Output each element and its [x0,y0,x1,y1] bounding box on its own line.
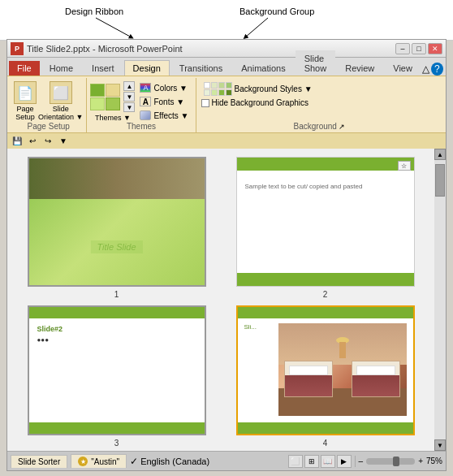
group-background: Background Styles ▼ Hide Background Grap… [196,78,443,132]
slide4-top-bar [238,307,413,318]
minimize-button[interactable]: – [395,43,410,54]
view-buttons: ⬜ ⊞ 📖 ▶ [288,455,352,468]
scroll-up-button[interactable]: ▲ [434,149,446,160]
slide-container-3: Slide#2 ●●● 3 [15,305,218,448]
slide2-text: Sample text to be cut/ copied and pasted [245,182,363,191]
slide4-bottom-bar [238,422,413,434]
status-divider [355,456,356,467]
fonts-button[interactable]: A Fonts ▼ [136,95,192,108]
scroll-thumb[interactable] [435,164,445,197]
slide1-title: Title Slide [90,240,142,253]
slide-container-1: Title Slide 1 [15,157,218,299]
slide-sorter-tab[interactable]: Slide Sorter [11,455,67,468]
app-icon: P [11,42,24,55]
zoom-minus[interactable]: – [359,457,364,465]
zoom-plus[interactable]: + [418,457,423,465]
slide3-top-bar [29,307,205,318]
powerpoint-window: P Title Slide2.pptx - Microsoft PowerPoi… [6,39,447,471]
tab-slideshow[interactable]: Slide Show [296,50,336,76]
austin-theme-label: "Austin" [91,457,119,466]
slide-orientation-button[interactable]: ⬜ SlideOrientation ▼ [38,81,83,122]
colors-button[interactable]: A Colors ▼ [136,81,192,94]
slide-number-1: 1 [114,290,119,299]
tab-file[interactable]: File [9,61,40,76]
slide-grid: Title Slide 1 Sample text to be cut/ cop… [7,149,434,451]
slide-container-4: Sli... [224,305,426,448]
qa-save[interactable]: 💾 [11,135,24,148]
reading-view-button[interactable]: 📖 [321,455,335,468]
content-area: Title Slide 1 Sample text to be cut/ cop… [7,149,446,451]
language-label: English (Canada) [140,457,209,466]
svg-line-0 [96,18,132,37]
close-button[interactable]: ✕ [428,43,442,54]
slide-thumbnail-3[interactable]: Slide#2 ●●● [28,305,206,435]
tab-animations[interactable]: Animations [232,60,294,76]
hide-background-checkbox[interactable] [201,99,209,107]
slide2-top-bar [237,158,414,171]
help-icon[interactable]: △ [422,63,429,75]
slide-number-3: 3 [114,439,119,448]
tab-design[interactable]: Design [124,60,170,76]
qa-undo[interactable]: ↩ [26,135,39,148]
group-page-setup: 📄 PageSetup ⬜ SlideOrientation ▼ Page Se… [11,78,87,132]
page-setup-button[interactable]: 📄 PageSetup [14,81,37,122]
annotation-area: Design Ribbon Background Group [0,0,453,41]
status-right: ⬜ ⊞ 📖 ▶ – + 75% [288,455,442,468]
slide-sorter-view-button[interactable]: ⊞ [304,455,319,468]
window-controls: – □ ✕ [395,43,442,54]
slide4-title: Sli... [244,323,257,331]
slide4-photo [278,323,407,416]
hide-background-label: Hide Background Graphics [212,98,309,107]
themes-group-label: Themes [127,122,156,131]
slide3-bullets: ●●● [37,336,50,344]
themes-label: Themes ▼ [95,114,131,122]
theme-scroll-down[interactable]: ▼ [123,92,135,102]
slide3-title: Slide#2 [37,325,63,333]
qa-dropdown[interactable]: ▼ [57,135,70,148]
background-styles-button[interactable]: Background Styles ▼ [201,81,315,97]
slide-thumbnail-2[interactable]: Sample text to be cut/ copied and pasted… [236,157,415,287]
slide3-bottom-bar [29,422,205,434]
hide-background-row: Hide Background Graphics [201,98,315,107]
qa-redo[interactable]: ↪ [41,135,54,148]
theme-more[interactable]: ▼ [123,102,135,112]
slide-number-2: 2 [323,290,328,299]
slide-sorter-label: Slide Sorter [18,457,60,466]
scroll-down-button[interactable]: ▼ [434,439,446,451]
zoom-thumb [393,457,399,466]
annotation-arrows [0,0,453,41]
vertical-scrollbar: ▲ ▼ [434,149,446,451]
austin-icon: ★ [78,457,88,466]
themes-button[interactable]: ▲ ▼ ▼ Themes ▼ [90,81,135,122]
scroll-track[interactable] [434,160,446,439]
slide-thumbnail-1[interactable]: Title Slide [28,157,206,287]
tab-transitions[interactable]: Transitions [170,60,231,76]
effects-button[interactable]: Effects ▼ [136,109,192,122]
ribbon-content: 📄 PageSetup ⬜ SlideOrientation ▼ Page Se… [7,76,446,132]
theme-options: A Colors ▼ A Fonts ▼ Effects ▼ [136,81,192,122]
tab-insert[interactable]: Insert [83,60,123,76]
theme-scroll-up[interactable]: ▲ [123,81,135,91]
background-group-label: Background [294,122,337,131]
window-title: Title Slide2.pptx - Microsoft PowerPoint [27,44,183,54]
zoom-slider[interactable] [366,458,415,465]
slide-container-2: Sample text to be cut/ copied and pasted… [224,157,426,299]
austin-theme-tab[interactable]: ★ "Austin" [71,454,127,468]
slide2-bottom-bar [237,273,414,286]
slide-thumbnail-4[interactable]: Sli... [236,305,415,435]
maximize-button[interactable]: □ [412,43,426,54]
tab-view[interactable]: View [384,60,421,76]
quick-access-toolbar: 💾 ↩ ↪ ▼ [7,132,446,149]
tab-home[interactable]: Home [41,60,82,76]
svg-line-1 [245,18,268,37]
background-group-expand[interactable]: ↗ [339,123,345,131]
spell-check: ✓ English (Canada) [130,456,209,467]
slideshow-view-button[interactable]: ▶ [337,455,352,468]
tab-review[interactable]: Review [336,60,383,76]
slide2-star: ☆ [398,161,411,171]
title-bar: P Title Slide2.pptx - Microsoft PowerPoi… [7,40,446,58]
question-icon[interactable]: ? [431,63,443,76]
normal-view-button[interactable]: ⬜ [288,455,303,468]
ribbon-tab-bar: File Home Insert Design Transitions Anim… [7,58,446,76]
status-bar: Slide Sorter ★ "Austin" ✓ English (Canad… [7,451,446,470]
